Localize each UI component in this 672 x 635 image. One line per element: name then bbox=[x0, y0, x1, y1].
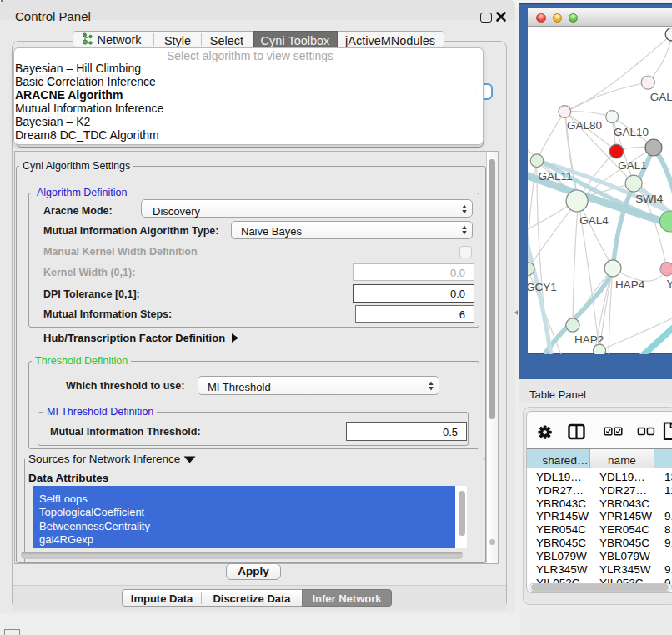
svg-text:GAL10: GAL10 bbox=[614, 125, 649, 138]
svg-text:HAP2: HAP2 bbox=[574, 333, 604, 346]
svg-text:GAL80: GAL80 bbox=[567, 118, 602, 131]
svg-text:GAL11: GAL11 bbox=[539, 169, 573, 182]
svg-text:GAL4: GAL4 bbox=[579, 214, 609, 227]
svg-text:GAL: GAL bbox=[650, 90, 672, 102]
svg-text:GCY1: GCY1 bbox=[528, 280, 557, 292]
svg-text:Y: Y bbox=[666, 278, 672, 290]
svg-text:HAP4: HAP4 bbox=[615, 278, 645, 290]
svg-text:SWI4: SWI4 bbox=[635, 192, 663, 205]
svg-text:GAL1: GAL1 bbox=[618, 158, 647, 171]
